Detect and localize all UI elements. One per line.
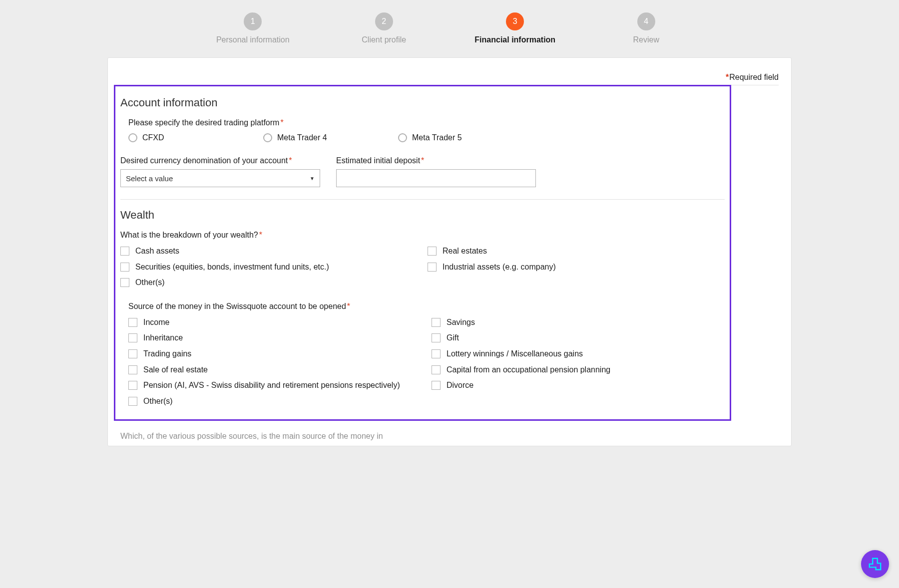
step-circle-1: 1	[244, 12, 262, 30]
checkbox-label: Industrial assets (e.g. company)	[443, 262, 556, 273]
step-circle-4: 4	[637, 12, 655, 30]
checkbox-box[interactable]	[120, 247, 129, 256]
breakdown-checkbox-grid: Cash assets Real estates Securities (equ…	[120, 246, 725, 288]
checkbox-gift[interactable]: Gift	[432, 332, 725, 343]
checkbox-box[interactable]	[428, 247, 437, 256]
currency-input-group: Desired currency denomination of your ac…	[120, 156, 320, 187]
deposit-input-group: Estimated initial deposit*	[336, 156, 536, 187]
section-divider	[120, 199, 725, 200]
platform-radio-group: CFXD Meta Trader 4 Meta Trader 5	[128, 133, 725, 142]
radio-label: Meta Trader 5	[412, 133, 462, 142]
radio-circle[interactable]	[263, 133, 272, 142]
checkbox-label: Divorce	[447, 380, 473, 391]
required-star-icon: *	[259, 231, 262, 239]
radio-mt4[interactable]: Meta Trader 4	[263, 133, 373, 142]
checkbox-pension[interactable]: Pension (AI, AVS - Swiss disability and …	[128, 380, 422, 391]
account-info-title: Account information	[120, 96, 725, 109]
checkbox-box[interactable]	[432, 349, 441, 358]
checkbox-cash-assets[interactable]: Cash assets	[120, 246, 418, 257]
wealth-title: Wealth	[120, 209, 725, 222]
checkbox-other-source[interactable]: Other(s)	[128, 396, 422, 407]
checkbox-occupational-pension[interactable]: Capital from an occupational pension pla…	[432, 364, 725, 375]
breakdown-question-text: What is the breakdown of your wealth?	[120, 231, 258, 239]
checkbox-box[interactable]	[432, 365, 441, 374]
step-1[interactable]: 1 Personal information	[187, 12, 319, 44]
checkbox-box[interactable]	[120, 263, 129, 272]
step-label-4: Review	[633, 35, 659, 44]
checkbox-label: Other(s)	[135, 277, 165, 288]
required-star-icon: *	[726, 73, 729, 81]
checkbox-trading-gains[interactable]: Trading gains	[128, 348, 422, 359]
checkbox-inheritance[interactable]: Inheritance	[128, 332, 422, 343]
checkbox-securities[interactable]: Securities (equities, bonds, investment …	[120, 262, 418, 273]
checkbox-label: Securities (equities, bonds, investment …	[135, 262, 329, 273]
currency-label: Desired currency denomination of your ac…	[120, 156, 320, 165]
radio-circle[interactable]	[398, 133, 407, 142]
step-label-2: Client profile	[362, 35, 406, 44]
step-2[interactable]: 2 Client profile	[319, 12, 450, 44]
checkbox-box[interactable]	[432, 381, 441, 390]
checkbox-box[interactable]	[128, 397, 137, 406]
source-question-text: Source of the money in the Swissquote ac…	[128, 302, 346, 310]
checkbox-divorce[interactable]: Divorce	[432, 380, 725, 391]
checkbox-lottery[interactable]: Lottery winnings / Miscellaneous gains	[432, 348, 725, 359]
checkbox-label: Gift	[447, 332, 459, 343]
checkbox-label: Real estates	[443, 246, 487, 257]
checkbox-industrial-assets[interactable]: Industrial assets (e.g. company)	[428, 262, 725, 273]
checkbox-label: Pension (AI, AVS - Swiss disability and …	[143, 380, 400, 391]
step-label-1: Personal information	[216, 35, 290, 44]
radio-cfxd[interactable]: CFXD	[128, 133, 238, 142]
step-3[interactable]: 3 Financial information	[450, 12, 581, 44]
source-question: Source of the money in the Swissquote ac…	[128, 302, 725, 311]
checkbox-sale-real-estate[interactable]: Sale of real estate	[128, 364, 422, 375]
checkbox-label: Sale of real estate	[143, 364, 208, 375]
checkbox-box[interactable]	[428, 263, 437, 272]
checkbox-label: Other(s)	[143, 396, 173, 407]
platform-question-text: Please specify the desired trading platf…	[128, 118, 279, 127]
checkbox-label: Lottery winnings / Miscellaneous gains	[447, 348, 583, 359]
checkbox-box[interactable]	[128, 365, 137, 374]
checkbox-box[interactable]	[120, 278, 129, 287]
checkbox-label: Inheritance	[143, 332, 183, 343]
deposit-label-text: Estimated initial deposit	[336, 156, 420, 165]
required-star-icon: *	[289, 156, 292, 165]
step-circle-3: 3	[506, 12, 524, 30]
breakdown-question: What is the breakdown of your wealth?*	[120, 231, 725, 240]
checkbox-label: Capital from an occupational pension pla…	[447, 364, 610, 375]
checkbox-savings[interactable]: Savings	[432, 317, 725, 328]
radio-label: CFXD	[142, 133, 164, 142]
chevron-down-icon: ▼	[310, 176, 315, 181]
cutoff-question: Which, of the various possible sources, …	[120, 432, 779, 441]
checkbox-box[interactable]	[128, 349, 137, 358]
currency-deposit-row: Desired currency denomination of your ac…	[120, 156, 725, 187]
checkbox-real-estates[interactable]: Real estates	[428, 246, 725, 257]
checkbox-label: Trading gains	[143, 348, 191, 359]
step-circle-2: 2	[375, 12, 393, 30]
required-star-icon: *	[421, 156, 424, 165]
checkbox-box[interactable]	[128, 333, 137, 342]
checkbox-label: Savings	[447, 317, 475, 328]
checkbox-box[interactable]	[432, 318, 441, 327]
radio-mt5[interactable]: Meta Trader 5	[398, 133, 508, 142]
required-field-text: Required field	[729, 73, 779, 81]
step-4[interactable]: 4 Review	[581, 12, 712, 44]
stepper: 1 Personal information 2 Client profile …	[187, 1, 712, 51]
currency-select-placeholder: Select a value	[126, 174, 173, 183]
checkbox-box[interactable]	[432, 333, 441, 342]
deposit-label: Estimated initial deposit*	[336, 156, 536, 165]
deposit-input[interactable]	[336, 169, 536, 187]
checkbox-box[interactable]	[128, 318, 137, 327]
step-label-3: Financial information	[474, 35, 555, 44]
radio-label: Meta Trader 4	[277, 133, 327, 142]
checkbox-box[interactable]	[128, 381, 137, 390]
currency-select[interactable]: Select a value ▼	[120, 169, 320, 187]
required-field-note: *Required field	[120, 73, 779, 85]
checkbox-label: Cash assets	[135, 246, 179, 257]
currency-label-text: Desired currency denomination of your ac…	[120, 156, 288, 165]
checkbox-label: Income	[143, 317, 169, 328]
checkbox-other-wealth[interactable]: Other(s)	[120, 277, 418, 288]
required-star-icon: *	[280, 118, 283, 127]
highlight-box: Account information Please specify the d…	[114, 85, 731, 421]
checkbox-income[interactable]: Income	[128, 317, 422, 328]
radio-circle[interactable]	[128, 133, 137, 142]
